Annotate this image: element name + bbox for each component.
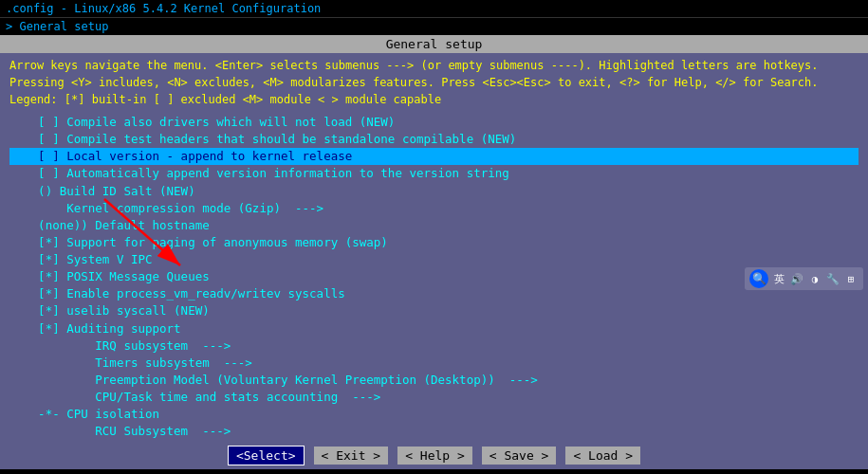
bottom-btn-0[interactable]: <Select>: [228, 446, 305, 465]
taskbar-icons[interactable]: 🔍 英 🔊 ◑ 🔧 ⊞: [745, 267, 863, 290]
menu-item[interactable]: () Build ID Salt (NEW): [9, 183, 859, 200]
menu-item[interactable]: [*] POSIX Message Queues: [9, 268, 859, 285]
menu-item[interactable]: [ ] Automatically append version informa…: [9, 165, 859, 182]
grid-icon[interactable]: ⊞: [843, 271, 859, 286]
menu-item[interactable]: [ ] Compile test headers that should be …: [9, 131, 859, 148]
bottom-btn-2[interactable]: < Help >: [397, 447, 472, 465]
info-line-1: Arrow keys navigate the menu. <Enter> se…: [9, 57, 859, 74]
theme-icon[interactable]: ◑: [807, 271, 822, 286]
search-icon[interactable]: 🔍: [749, 269, 768, 288]
content-area: [ ] Compile also drivers which will not …: [0, 112, 868, 442]
menu-item[interactable]: [*] Enable process_vm_readv/writev sysca…: [9, 285, 859, 302]
bottom-bar: <Select>< Exit >< Help >< Save >< Load >: [0, 442, 868, 469]
menu-item[interactable]: [*] System V IPC: [9, 251, 859, 268]
bottom-btn-1[interactable]: < Exit >: [314, 447, 389, 465]
menu-item[interactable]: -*- CPU isolation: [9, 406, 859, 423]
bottom-btn-4[interactable]: < Load >: [565, 447, 640, 465]
bottom-btn-3[interactable]: < Save >: [482, 447, 557, 465]
breadcrumb-text: > General setup: [6, 20, 108, 33]
menu-item[interactable]: RCU Subsystem --->: [9, 423, 859, 440]
section-title: General setup: [0, 35, 868, 53]
audio-icon[interactable]: 🔊: [789, 271, 804, 286]
title-bar: .config - Linux/x86 5.4.2 Kernel Configu…: [0, 0, 868, 18]
main-container: General setup Arrow keys navigate the me…: [0, 35, 868, 469]
menu-item[interactable]: CPU/Task time and stats accounting --->: [9, 389, 859, 406]
lang-icon[interactable]: 英: [771, 271, 786, 286]
menu-item[interactable]: [*] Auditing support: [9, 320, 859, 337]
breadcrumb-bar: > General setup: [0, 18, 868, 35]
info-text: Arrow keys navigate the menu. <Enter> se…: [0, 53, 868, 112]
menu-item[interactable]: Kernel compression mode (Gzip) --->: [9, 200, 859, 217]
menu-item[interactable]: [ ] Compile also drivers which will not …: [9, 114, 859, 131]
menu-item[interactable]: (none)) Default hostname: [9, 217, 859, 234]
menu-item[interactable]: Timers subsystem --->: [9, 355, 859, 372]
settings-icon[interactable]: 🔧: [825, 271, 840, 286]
title-text: .config - Linux/x86 5.4.2 Kernel Configu…: [6, 2, 321, 15]
menu-item[interactable]: [ ] Local version - append to kernel rel…: [9, 148, 859, 165]
info-line-3: Legend: [*] built-in [ ] excluded <M> mo…: [9, 91, 859, 108]
info-line-2: Pressing <Y> includes, <N> excludes, <M>…: [9, 74, 859, 91]
menu-item[interactable]: [*] uselib syscall (NEW): [9, 302, 859, 319]
menu-item[interactable]: IRQ subsystem --->: [9, 337, 859, 355]
menu-item[interactable]: [*] Support for paging of anonymous memo…: [9, 234, 859, 251]
menu-item[interactable]: Preemption Model (Voluntary Kernel Preem…: [9, 372, 859, 389]
